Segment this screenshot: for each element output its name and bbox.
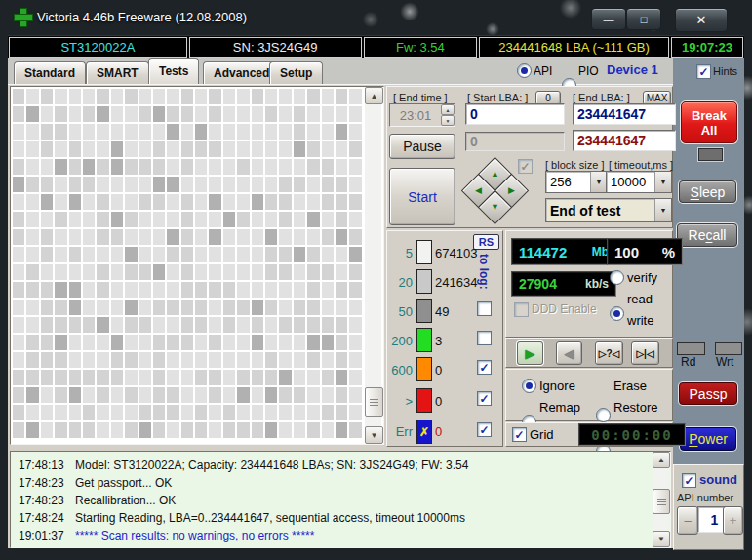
recall-button[interactable]: Recall xyxy=(677,223,737,247)
maximize-button[interactable]: □ xyxy=(626,8,661,30)
read-radio[interactable] xyxy=(610,306,624,321)
scan-block xyxy=(83,212,95,227)
scan-map-scrollbar[interactable]: ▲ ▼ xyxy=(365,87,381,442)
scan-block xyxy=(265,405,277,420)
dropdown-icon[interactable]: ▼ xyxy=(590,172,607,192)
scan-block xyxy=(307,282,319,298)
scan-block xyxy=(153,89,165,104)
scan-block xyxy=(139,247,151,262)
grid-checkbox[interactable]: ✓ xyxy=(512,427,527,442)
scan-block xyxy=(167,422,178,438)
scan-block xyxy=(41,212,53,227)
verify-radio[interactable] xyxy=(610,270,624,285)
scan-block xyxy=(55,89,66,104)
scan-block xyxy=(252,422,263,438)
stat-label: > xyxy=(387,394,413,409)
title-bar: Victoria 4.46b Freeware (12.08.2008) — □… xyxy=(0,0,752,35)
scan-block xyxy=(125,422,137,438)
scan-block xyxy=(167,89,178,104)
log-err-checkbox[interactable]: ✓ xyxy=(477,422,492,437)
scan-block xyxy=(294,317,305,333)
check-icon: ✓ xyxy=(514,430,524,440)
block-size-select[interactable]: 256 ▼ xyxy=(545,171,608,193)
spin-buttons[interactable]: ▲ ▼ xyxy=(441,104,455,126)
scan-block xyxy=(26,300,38,315)
scan-end-button[interactable]: ▷|◁ xyxy=(631,341,659,365)
api-label: API xyxy=(534,64,552,78)
tab-standard[interactable]: Standard xyxy=(14,61,86,84)
scan-block xyxy=(322,124,334,140)
scan-question-button[interactable]: ▷?◁ xyxy=(595,341,623,365)
dropdown-icon[interactable]: ▼ xyxy=(654,172,671,192)
back-button[interactable]: ◀ xyxy=(556,341,582,365)
spin-down-icon[interactable]: ▼ xyxy=(441,115,455,126)
after-action-select[interactable]: End of test ▼ xyxy=(545,198,672,222)
scan-block xyxy=(265,124,277,140)
scan-block xyxy=(55,159,66,175)
rs-label: RS xyxy=(479,236,494,248)
ignore-radio[interactable] xyxy=(522,379,536,393)
spin-up-icon[interactable]: ▲ xyxy=(441,104,455,115)
api-number-decrement[interactable]: – xyxy=(677,506,698,535)
passp-button[interactable]: Passp xyxy=(679,382,737,405)
dropdown-icon[interactable]: ▼ xyxy=(654,199,671,221)
scan-block xyxy=(265,247,277,262)
ddd-enable-checkbox[interactable] xyxy=(514,302,529,317)
scan-block xyxy=(252,106,263,122)
log-200-checkbox[interactable] xyxy=(477,331,492,345)
sound-checkbox[interactable]: ✓ xyxy=(682,473,696,488)
scan-block xyxy=(322,141,334,157)
pause-button[interactable]: Pause xyxy=(389,134,455,159)
scan-block xyxy=(13,124,24,140)
log-600-checkbox[interactable]: ✓ xyxy=(477,360,492,375)
scan-block xyxy=(279,212,291,227)
log-scrollbar[interactable]: ▲ ▼ xyxy=(653,452,668,545)
scroll-up-button[interactable]: ▲ xyxy=(365,87,383,104)
api-number-increment[interactable]: + xyxy=(723,506,743,535)
arrow-right-icon: ▶ xyxy=(508,186,515,195)
erase-radio[interactable] xyxy=(596,408,611,422)
scan-block xyxy=(55,177,66,192)
scan-block xyxy=(26,370,38,385)
scroll-up-button[interactable]: ▲ xyxy=(653,452,670,468)
scan-block xyxy=(349,405,361,420)
scan-block xyxy=(111,335,123,350)
scan-block xyxy=(252,141,263,157)
loop-checkbox[interactable]: ✓ xyxy=(518,159,533,174)
scan-block xyxy=(83,335,95,350)
scroll-down-button[interactable]: ▼ xyxy=(365,426,383,444)
log-50-checkbox[interactable] xyxy=(477,301,492,316)
minimize-button[interactable]: — xyxy=(591,8,626,30)
stat-label: Err xyxy=(387,424,413,439)
scan-block xyxy=(223,352,235,368)
power-button[interactable]: Power xyxy=(680,427,736,451)
tab-smart[interactable]: SMART xyxy=(86,61,149,84)
tab-setup[interactable]: Setup xyxy=(269,61,323,84)
api-radio[interactable] xyxy=(517,63,532,78)
scan-block xyxy=(139,317,151,333)
play-button[interactable]: ▶ xyxy=(517,341,543,365)
scan-block xyxy=(252,177,263,192)
close-button[interactable]: ✕ xyxy=(675,8,728,32)
scan-block xyxy=(167,141,178,157)
scroll-thumb[interactable] xyxy=(653,489,670,514)
scan-block xyxy=(153,247,165,262)
tab-tests[interactable]: Tests xyxy=(148,58,199,84)
scan-block xyxy=(237,370,249,385)
scan-block xyxy=(97,141,108,157)
start-button[interactable]: Start xyxy=(389,168,455,225)
timeout-select[interactable]: 10000 ▼ xyxy=(606,171,672,193)
scan-block xyxy=(153,422,165,438)
scan-block xyxy=(294,387,305,403)
end-time-spinner[interactable]: 23:01 ▲ ▼ xyxy=(389,103,455,127)
break-all-button[interactable]: Break All xyxy=(681,101,737,143)
log-timeout-checkbox[interactable]: ✓ xyxy=(477,391,492,406)
scroll-thumb[interactable] xyxy=(365,387,383,417)
scan-block xyxy=(223,229,235,245)
hints-checkbox[interactable]: ✓ xyxy=(696,64,711,79)
start-lba-input[interactable]: 0 xyxy=(465,103,565,125)
sleep-button[interactable]: Sleep xyxy=(679,180,736,203)
end-lba-input[interactable]: 234441647 xyxy=(573,103,676,125)
scroll-down-button[interactable]: ▼ xyxy=(653,531,670,547)
scan-block xyxy=(153,405,165,420)
